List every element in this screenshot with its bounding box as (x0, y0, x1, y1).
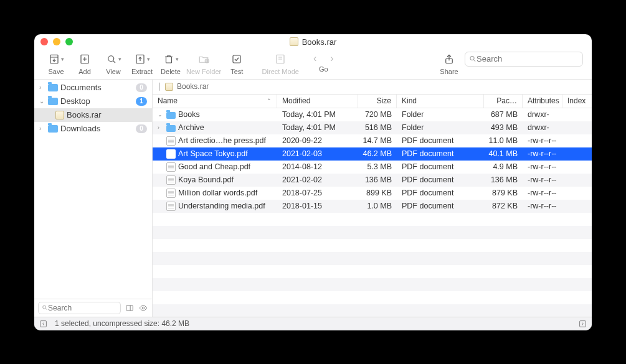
cell-packed: 4.9 MB (484, 162, 523, 171)
column-modified[interactable]: Modified (277, 95, 358, 108)
cell-kind: PDF document (397, 162, 484, 171)
sidebar-item-folder[interactable]: ›Downloads0 (34, 122, 152, 136)
cell-packed: 872 KB (484, 202, 523, 210)
zoom-button[interactable] (65, 38, 73, 45)
column-attributes[interactable]: Attributes (523, 95, 562, 108)
path-bar[interactable]: ⎮ Books.rar (153, 80, 592, 95)
toolbar-search-input[interactable] (477, 54, 579, 63)
file-name: Understanding media.pdf (178, 202, 265, 210)
cell-kind: PDF document (397, 175, 484, 184)
main-panel: ⎮ Books.rar Name⌃ Modified Size Kind Pac… (153, 80, 592, 317)
table-row[interactable]: ⌄BooksToday, 4:01 PM720 MBFolder687 MBdr… (153, 108, 592, 121)
cell-modified: 2018-07-25 (277, 189, 358, 197)
direct-mode-button[interactable]: Direct Mode (258, 52, 302, 75)
sidebar-footer (34, 299, 152, 317)
document-icon (166, 202, 176, 211)
view-button[interactable]: ▾ View (100, 52, 126, 75)
svg-point-2 (108, 55, 113, 61)
disclosure-icon[interactable]: ⌄ (39, 98, 45, 105)
svg-rect-4 (166, 57, 171, 63)
table-row[interactable]: Koya Bound.pdf2021-02-02136 MBPDF docume… (153, 174, 592, 187)
document-icon (166, 149, 176, 159)
test-button[interactable]: Test (224, 52, 250, 75)
cell-attributes: drwxr- (523, 110, 562, 119)
folder-icon (48, 98, 58, 105)
window-title-text: Books.rar (302, 37, 337, 47)
sidebar-panel-icon[interactable] (125, 303, 135, 313)
sidebar-item-label: Books.rar (67, 110, 102, 119)
add-button[interactable]: Add (72, 52, 98, 75)
back-icon[interactable]: ‹ (313, 53, 316, 64)
sidebar-preview-icon[interactable] (138, 303, 148, 313)
table-row[interactable]: Understanding media.pdf2018-01-151.0 MBP… (153, 200, 592, 213)
cell-packed: 11.0 MB (484, 136, 523, 145)
file-name: Koya Bound.pdf (178, 175, 234, 184)
file-name: Million dollar words.pdf (178, 189, 257, 197)
search-icon (469, 55, 477, 63)
window-title: Books.rar (34, 37, 592, 47)
cell-modified: 2021-02-02 (277, 175, 358, 184)
cell-size: 899 KB (358, 189, 397, 197)
toolbar-search[interactable] (465, 52, 583, 75)
column-index[interactable]: Index (562, 95, 592, 108)
cell-packed: 493 MB (484, 123, 523, 132)
table-row[interactable]: Million dollar words.pdf2018-07-25899 KB… (153, 187, 592, 200)
sidebar-item-label: Downloads (60, 124, 100, 133)
archive-icon (55, 111, 64, 119)
close-button[interactable] (40, 38, 48, 45)
cell-kind: Folder (397, 110, 484, 119)
folder-icon (166, 125, 176, 132)
sort-asc-icon: ⌃ (267, 98, 272, 104)
column-packed[interactable]: Pac… (484, 95, 523, 108)
disclosure-icon[interactable]: ⌄ (158, 111, 164, 118)
cell-modified: 2014-08-12 (277, 162, 358, 171)
cell-attributes: -rw-r--r-- (523, 136, 562, 145)
count-badge: 0 (136, 83, 147, 92)
file-name: Books (178, 110, 200, 119)
cell-size: 14.7 MB (358, 136, 397, 145)
app-window: Books.rar ▾ Save Add ▾ View (34, 34, 592, 330)
status-text: 1 selected, uncompressed size: 46.2 MB (55, 319, 189, 328)
cell-attributes: -rw-r--r-- (523, 202, 562, 210)
disclosure-icon[interactable]: › (39, 125, 45, 132)
save-button[interactable]: ▾ Save (43, 52, 69, 75)
search-icon (42, 304, 48, 311)
statusbar-left-icon[interactable] (39, 320, 47, 328)
chevron-down-icon: ▾ (118, 56, 121, 62)
cell-attributes: -rw-r--r-- (523, 175, 562, 184)
statusbar-right-icon[interactable] (579, 320, 587, 328)
disclosure-icon[interactable]: › (39, 84, 45, 91)
file-name: Archive (178, 123, 204, 132)
table-row[interactable]: ›ArchiveToday, 4:01 PM516 MBFolder493 MB… (153, 121, 592, 134)
path-crumb: Books.rar (177, 82, 209, 91)
minimize-button[interactable] (53, 38, 60, 45)
table-row[interactable]: Good and Cheap.pdf2014-08-125.3 MBPDF do… (153, 161, 592, 174)
sidebar-search[interactable] (38, 302, 121, 314)
column-size[interactable]: Size (358, 95, 397, 108)
go-button[interactable]: ‹ › Go (305, 52, 342, 73)
cell-packed: 687 MB (484, 110, 523, 119)
cell-attributes: -rw-r--r-- (523, 189, 562, 197)
cell-attributes: -rw-r--r-- (523, 162, 562, 171)
column-headers: Name⌃ Modified Size Kind Pac… Attributes… (153, 95, 592, 108)
table-row[interactable]: Art directio…he press.pdf2020-09-2214.7 … (153, 134, 592, 147)
disclosure-icon[interactable]: › (158, 124, 164, 131)
new-folder-button[interactable]: New Folder (186, 52, 221, 75)
cell-kind: Folder (397, 123, 484, 132)
file-list[interactable]: ⌄BooksToday, 4:01 PM720 MBFolder687 MBdr… (153, 108, 592, 317)
sidebar-item-archive[interactable]: Books.rar (34, 108, 152, 122)
cell-modified: Today, 4:01 PM (277, 123, 358, 132)
svg-point-10 (43, 306, 46, 309)
forward-icon[interactable]: › (330, 53, 333, 64)
sidebar-item-folder[interactable]: ›Documents0 (34, 81, 152, 95)
extract-button[interactable]: ▾ Extract (129, 52, 155, 75)
delete-button[interactable]: ▾ Delete (158, 52, 184, 75)
column-name[interactable]: Name⌃ (153, 95, 277, 108)
status-bar: 1 selected, uncompressed size: 46.2 MB (34, 317, 592, 330)
sidebar-search-input[interactable] (48, 304, 117, 312)
titlebar: Books.rar (34, 34, 592, 50)
sidebar-item-folder[interactable]: ⌄Desktop1 (34, 95, 152, 108)
share-button[interactable]: Share (436, 52, 462, 75)
table-row[interactable]: Art Space Tokyo.pdf2021-02-0346.2 MBPDF … (153, 147, 592, 161)
column-kind[interactable]: Kind (397, 95, 484, 108)
